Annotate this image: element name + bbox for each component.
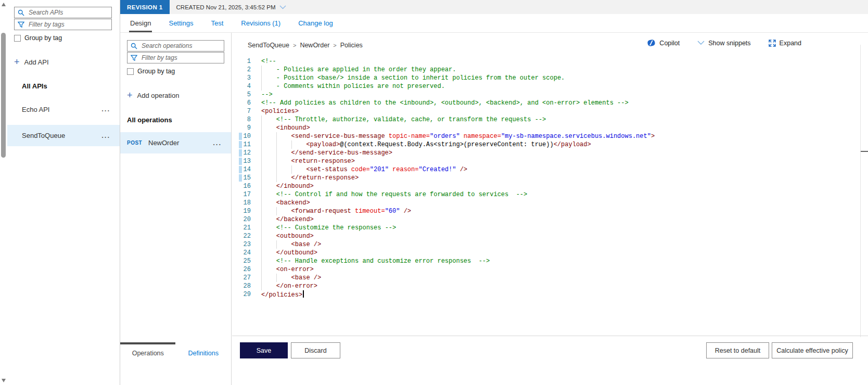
code-line[interactable]: 9<inbound> (232, 124, 860, 132)
discard-button[interactable]: Discard (291, 342, 340, 358)
breadcrumb-segment[interactable]: Policies (340, 42, 363, 49)
line-content: <return-response> (261, 157, 355, 165)
code-line[interactable]: 1<!-- (232, 57, 860, 66)
scrollbar-thumb[interactable] (1, 33, 6, 158)
tab-revisions-1-[interactable]: Revisions (1) (240, 14, 282, 32)
search-operations-box[interactable] (127, 40, 224, 52)
code-line[interactable]: 2- Policies are applied in the order the… (232, 66, 860, 74)
scroll-up-icon[interactable] (2, 3, 6, 6)
expand-button[interactable]: Expand (769, 40, 801, 47)
code-token: </inbound> (276, 183, 314, 190)
modified-line-marker (239, 158, 242, 165)
line-content: <outbound> (261, 232, 314, 240)
code-line[interactable]: 16</inbound> (232, 182, 860, 190)
code-line[interactable]: 7<policies> (232, 107, 860, 116)
modified-line-marker (239, 99, 242, 107)
group-by-tag-checkbox[interactable] (14, 35, 21, 42)
code-line[interactable]: 13<return-response> (232, 157, 860, 165)
tab-bar: DesignSettingsTestRevisions (1)Change lo… (120, 14, 868, 33)
code-token: <forward-request (291, 208, 351, 215)
editor-scrollbar[interactable] (860, 45, 868, 337)
footer-tab-definitions[interactable]: Definitions (176, 350, 232, 357)
modified-line-marker (239, 108, 242, 115)
code-token: <set-status (306, 166, 347, 173)
code-line[interactable]: 8<!-- Throttle, authorize, validate, cac… (232, 116, 860, 124)
code-editor[interactable]: 1<!--2- Policies are applied in the orde… (232, 56, 860, 336)
code-line[interactable]: 4- Comments within policies are not pres… (232, 82, 860, 91)
scrollbar-thumb-edge[interactable] (861, 151, 868, 152)
code-line[interactable]: 24</outbound> (232, 249, 860, 257)
search-operations-input[interactable] (141, 42, 221, 50)
filter-apis-input[interactable] (28, 20, 108, 29)
tab-test[interactable]: Test (210, 14, 224, 32)
modified-line-marker (239, 58, 242, 65)
code-line[interactable]: 15</return-response> (232, 174, 860, 182)
code-line[interactable]: 26<on-error> (232, 265, 860, 274)
code-line[interactable]: 6<!-- Add policies as children to the <i… (232, 99, 860, 107)
tab-change-log[interactable]: Change log (297, 14, 334, 32)
revision-badge: REVISION 1 (120, 0, 170, 14)
search-apis-input[interactable] (28, 8, 108, 17)
modified-line-marker (239, 74, 242, 82)
indent-guide (261, 274, 276, 282)
api-list-item[interactable]: SendToQueue... (7, 125, 120, 146)
line-content: --> (261, 91, 273, 99)
tab-settings[interactable]: Settings (168, 14, 194, 32)
code-token: </backend> (276, 216, 314, 223)
save-button[interactable]: Save (240, 342, 288, 358)
indent-guide (261, 165, 276, 174)
show-snippets-button[interactable]: Show snippets (697, 40, 750, 47)
filter-operations-box[interactable] (127, 52, 224, 63)
operations-footer: OperationsDefinitions (120, 342, 231, 385)
operation-item[interactable]: POSTNewOrder... (120, 132, 231, 153)
copilot-button[interactable]: Copilot (647, 38, 680, 47)
code-line[interactable]: 18<backend> (232, 199, 860, 207)
api-list-item[interactable]: Echo API... (7, 100, 120, 119)
code-line[interactable]: 25<!-- Handle exceptions and customize e… (232, 257, 860, 265)
code-token: <!-- Throttle, authorize, validate, cach… (276, 116, 546, 123)
reset-to-default-button[interactable]: Reset to default (706, 342, 769, 358)
code-line[interactable]: 10<send-service-bus-message topic-name="… (232, 132, 860, 140)
code-line[interactable]: 11<payload>@(context.Request.Body.As<str… (232, 140, 860, 149)
footer-tab-operations[interactable]: Operations (120, 350, 176, 357)
code-line[interactable]: 23<base /> (232, 240, 860, 249)
modified-line-marker (239, 224, 242, 232)
code-token: "my-sb-namespace.servicebus.windows.net" (501, 133, 651, 140)
code-line[interactable]: 27<base /> (232, 274, 860, 282)
plus-icon: + (14, 59, 20, 66)
more-options-icon[interactable]: ... (213, 142, 222, 145)
footer-divider (232, 336, 868, 336)
breadcrumb-segment[interactable]: NewOrder (300, 42, 329, 49)
code-line[interactable]: 17<!-- Control if and how the requests a… (232, 190, 860, 199)
code-line[interactable]: 29</policies> (232, 290, 860, 299)
code-line[interactable]: 12</send-service-bus-message> (232, 149, 860, 157)
scroll-down-icon[interactable] (2, 379, 6, 382)
left-scrollbar[interactable] (0, 0, 7, 385)
tab-design[interactable]: Design (129, 14, 152, 32)
add-api-button[interactable]: + Add API (14, 58, 49, 66)
search-apis-box[interactable] (14, 7, 112, 18)
add-operation-button[interactable]: + Add operation (127, 92, 179, 99)
group-by-tag-checkbox[interactable] (127, 68, 134, 75)
indent-guide (261, 215, 276, 224)
code-line[interactable]: 20</backend> (232, 215, 860, 224)
indent-guide (261, 182, 276, 190)
code-line[interactable]: 19<forward-request timeout="60" /> (232, 207, 860, 215)
chevron-down-icon[interactable] (279, 5, 286, 9)
line-content: <base /> (261, 240, 321, 249)
code-line[interactable]: 5--> (232, 91, 860, 99)
modified-line-marker (239, 141, 242, 148)
code-line[interactable]: 22<outbound> (232, 232, 860, 240)
code-line[interactable]: 28</on-error> (232, 282, 860, 290)
calculate-effective-policy-button[interactable]: Calculate effective policy (772, 342, 853, 358)
breadcrumb-segment[interactable]: SendToQueue (248, 42, 289, 49)
code-line[interactable]: 21<!-- Customize the responses --> (232, 224, 860, 232)
filter-apis-box[interactable] (14, 19, 112, 30)
line-content: <send-service-bus-message topic-name="or… (261, 132, 655, 140)
code-line[interactable]: 14<set-status code="201" reason="Created… (232, 165, 860, 174)
more-options-icon[interactable]: ... (101, 134, 110, 137)
line-content: </on-error> (261, 282, 317, 290)
filter-operations-input[interactable] (141, 54, 221, 62)
more-options-icon[interactable]: ... (101, 108, 110, 111)
code-line[interactable]: 3- Position <base/> inside a section to … (232, 74, 860, 82)
